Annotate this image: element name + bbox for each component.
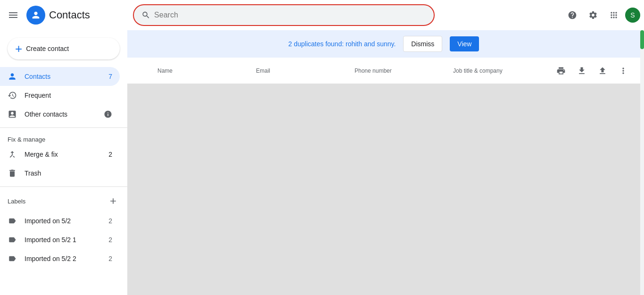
app-logo — [26, 6, 45, 25]
search-input[interactable] — [154, 11, 426, 19]
duplicate-text: 2 duplicates found: rohith and sunny. — [289, 40, 396, 48]
download-button[interactable] — [572, 61, 591, 80]
contact-list[interactable] — [127, 84, 640, 295]
table-actions — [552, 61, 633, 80]
scrollbar-track — [640, 30, 644, 295]
app-title: Contacts — [49, 9, 90, 21]
sidebar-item-contacts[interactable]: Contacts 7 — [0, 67, 120, 86]
divider-1 — [0, 127, 127, 128]
label-item-2[interactable]: Imported on 5/2 1 2 — [0, 230, 120, 249]
label-count-3: 2 — [108, 255, 112, 262]
help-button[interactable] — [563, 6, 582, 25]
sidebar-item-merge-fix[interactable]: Merge & fix 2 — [0, 145, 120, 164]
plus-icon: + — [15, 42, 22, 55]
label-name-1: Imported on 5/2 — [25, 217, 101, 225]
label-count-1: 2 — [108, 217, 112, 225]
column-phone: Phone number — [355, 67, 453, 74]
contacts-count: 7 — [108, 73, 112, 80]
label-count-2: 2 — [108, 236, 112, 244]
sidebar-item-trash[interactable]: Trash — [0, 164, 120, 183]
label-item-3[interactable]: Imported on 5/2 2 2 — [0, 249, 120, 268]
search-icon — [141, 10, 150, 20]
view-button[interactable]: View — [450, 36, 479, 51]
label-icon-3 — [8, 254, 17, 263]
label-item-1[interactable]: Imported on 5/2 2 — [0, 211, 120, 230]
label-name-2: Imported on 5/2 1 — [25, 236, 101, 244]
history-icon — [8, 91, 17, 100]
sidebar-item-other-contacts[interactable]: Other contacts — [0, 105, 120, 124]
create-contact-button[interactable]: + Create contact — [8, 38, 120, 59]
frequent-label: Frequent — [25, 92, 112, 99]
topbar: Contacts S — [0, 0, 644, 30]
main-layout: + Create contact Contacts 7 Frequent Oth… — [0, 30, 644, 295]
contacts-label: Contacts — [25, 73, 101, 80]
duplicate-banner: 2 duplicates found: rohith and sunny. Di… — [127, 30, 640, 58]
trash-label: Trash — [25, 169, 112, 177]
upload-button[interactable] — [593, 61, 612, 80]
add-label-button[interactable] — [107, 194, 120, 208]
fix-manage-title: Fix & manage — [8, 136, 45, 143]
print-button[interactable] — [552, 61, 570, 80]
merge-icon — [8, 150, 17, 159]
column-name: Name — [135, 67, 256, 74]
label-icon-2 — [8, 235, 17, 244]
search-bar — [133, 4, 435, 26]
sidebar-item-frequent[interactable]: Frequent — [0, 86, 120, 105]
menu-button[interactable] — [4, 6, 23, 25]
scrollbar-thumb — [640, 30, 644, 49]
info-icon — [104, 110, 112, 118]
labels-title: Labels — [8, 198, 107, 205]
column-email: Email — [256, 67, 355, 74]
content-area: 2 duplicates found: rohith and sunny. Di… — [127, 30, 640, 295]
label-name-3: Imported on 5/2 2 — [25, 255, 101, 262]
more-button[interactable] — [614, 61, 633, 80]
column-job: Job title & company — [453, 67, 552, 74]
table-header: Name Email Phone number Job title & comp… — [127, 58, 640, 84]
apps-button[interactable] — [604, 6, 623, 25]
topbar-right: S — [563, 6, 640, 25]
avatar[interactable]: S — [625, 8, 640, 23]
fix-manage-section: Fix & manage — [0, 132, 127, 145]
sidebar: + Create contact Contacts 7 Frequent Oth… — [0, 30, 127, 295]
person-add-icon — [8, 110, 17, 119]
labels-header: Labels — [0, 191, 127, 211]
dismiss-button[interactable]: Dismiss — [403, 36, 442, 52]
label-icon-1 — [8, 216, 17, 226]
divider-2 — [0, 186, 127, 187]
merge-fix-count: 2 — [108, 151, 112, 158]
trash-icon — [8, 169, 17, 178]
other-contacts-label: Other contacts — [25, 110, 96, 118]
person-icon — [8, 72, 17, 81]
topbar-left: Contacts — [4, 6, 131, 25]
merge-fix-label: Merge & fix — [25, 151, 101, 158]
create-contact-label: Create contact — [26, 45, 69, 52]
settings-button[interactable] — [584, 6, 603, 25]
search-bar-container — [133, 4, 561, 26]
